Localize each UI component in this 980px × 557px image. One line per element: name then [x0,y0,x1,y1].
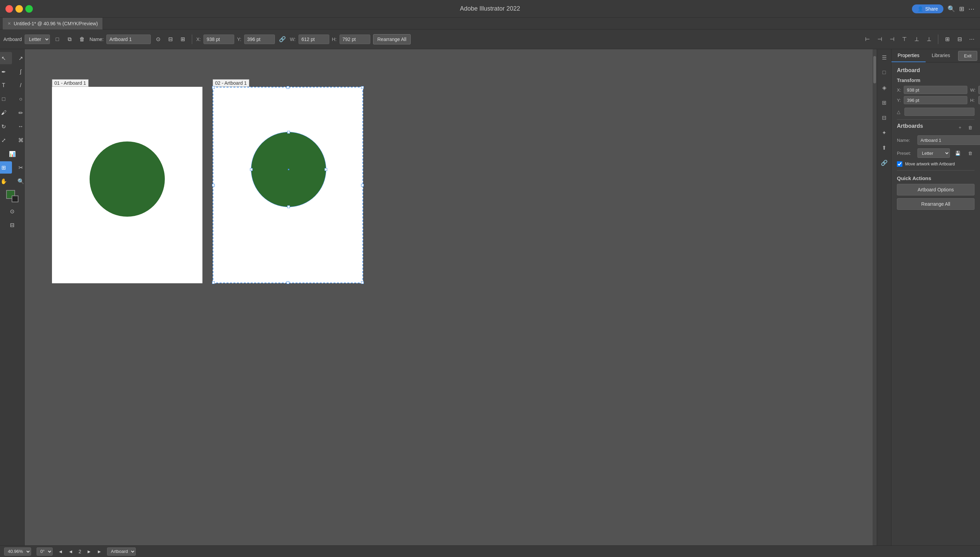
rectangle-tool[interactable]: □ [0,93,12,105]
bar-graph-tool[interactable]: 📊 [4,148,21,160]
zoom-select[interactable]: 40.96% 50% 100% [4,547,31,555]
artboard-fit-icon[interactable]: ⊟ [166,34,175,44]
nav-next-icon2[interactable]: ► [97,549,101,554]
handle-bm[interactable] [287,281,289,284]
close-button[interactable] [5,5,13,13]
tw-input[interactable] [978,86,980,94]
grid-view-icon-btn[interactable]: ⊞ [959,5,964,13]
paintbrush-tool[interactable]: 🖌 [0,107,12,119]
scale-tool[interactable]: ⤢ [0,134,12,146]
canvas-area[interactable]: 01 - Artboard 1 02 - Artboard 1 [24,49,877,557]
hand-tool[interactable]: ✋ [0,175,12,187]
nav-next-icon[interactable]: ► [87,549,91,554]
artboard-1[interactable] [52,87,203,283]
align-left-icon[interactable]: ⊢ [863,34,872,44]
context-select[interactable]: Artboard [107,547,136,555]
ellipse-tool[interactable]: ○ [13,93,25,105]
circle-handle-l[interactable] [250,168,253,171]
rearrange-all-toolbar-btn[interactable]: Rearrange All [373,34,411,44]
more-icon-btn[interactable]: ⋯ [969,5,975,13]
fullscreen-button[interactable] [25,5,33,13]
reflect-tool[interactable]: ↔ [13,120,25,133]
artboard-panel-icon[interactable]: □ [879,67,890,78]
artboard-2[interactable] [213,87,363,283]
handle-br[interactable] [361,281,364,284]
align-center-h-icon[interactable]: ⊣ [875,34,885,44]
constrain-icon[interactable]: 🔗 [278,34,287,44]
artboard-preset-panel-select[interactable]: Letter A4 Custom [918,148,950,158]
handle-ml[interactable] [212,184,215,187]
circle-handle-t[interactable] [287,131,290,134]
pencil-tool[interactable]: ✏ [13,107,25,119]
handle-mr[interactable] [361,184,364,187]
rearrange-all-panel-btn[interactable]: Rearrange All [897,198,975,210]
circle-handle-b[interactable] [287,205,290,208]
type-tool[interactable]: T [0,79,12,91]
preset-save-icon[interactable]: 💾 [953,149,962,158]
artboard-grid-icon[interactable]: ⊞ [178,34,188,44]
rotate-tool[interactable]: ↻ [0,120,12,133]
artboard-preset-select[interactable]: Letter [24,34,50,44]
curvature-tool[interactable]: ∫ [13,66,25,78]
nav-prev-icon2[interactable]: ◄ [69,549,73,554]
circle-1[interactable] [90,142,165,217]
w-input[interactable] [299,34,329,44]
properties-panel-icon[interactable]: ☰ [879,52,890,63]
vertical-scrollbar[interactable] [873,49,877,557]
handle-tr[interactable] [361,86,364,89]
tab-close-icon[interactable]: ✕ [8,21,11,26]
distribute-icon[interactable]: ⊟ [955,34,964,44]
artboard-settings-icon[interactable]: ⊙ [154,34,163,44]
tx-input[interactable] [904,86,967,94]
align-panel-icon[interactable]: ⊞ [879,97,890,108]
screen-mode-btn[interactable]: ⊟ [4,219,21,231]
align-right-icon[interactable]: ⊣ [887,34,897,44]
artboard-options-btn[interactable]: Artboard Options [897,184,975,195]
slice-tool[interactable]: ✂ [13,161,25,174]
tab-libraries[interactable]: Libraries [926,49,956,62]
circle-2[interactable] [251,132,326,207]
pen-tool[interactable]: ✒ [0,66,12,78]
transform-panel-icon[interactable]: ⊟ [879,112,890,123]
file-tab[interactable]: ✕ Untitled-1* @ 40.96 % (CMYK/Preview) [3,18,103,29]
direct-select-tool[interactable]: ↗ [13,52,25,64]
artboard-name-panel-input[interactable] [918,135,980,145]
preset-delete-icon[interactable]: 🗑 [965,149,975,158]
align-top-icon[interactable]: ⊤ [900,34,909,44]
line-tool[interactable]: / [13,79,25,91]
x-input[interactable] [203,34,234,44]
artboard-tool[interactable]: ⊞ [0,161,12,174]
rotation-select[interactable]: 0° [37,547,53,555]
artboard-name-input[interactable] [106,34,151,44]
appearance-panel-icon[interactable]: ✦ [879,127,890,138]
artboard-delete-icon[interactable]: 🗑 [77,34,87,44]
more-options-icon[interactable]: ⋯ [967,34,977,44]
artboard-duplicate-icon[interactable]: ⧉ [65,34,75,44]
y-input[interactable] [244,34,275,44]
search-icon-btn[interactable]: 🔍 [947,5,955,13]
nav-prev-icon[interactable]: ◄ [58,549,63,554]
artboard-new-icon[interactable]: □ [53,34,62,44]
handle-tm[interactable] [287,86,289,89]
background-color-swatch[interactable] [11,195,18,202]
rotation-input[interactable] [905,107,975,116]
ty-input[interactable] [904,96,967,104]
scroll-thumb[interactable] [873,56,876,83]
h-input[interactable] [340,34,370,44]
layer-panel-icon[interactable]: ◈ [879,82,890,93]
align-bottom-icon[interactable]: ⊥ [924,34,934,44]
minimize-button[interactable] [15,5,23,13]
exit-button[interactable]: Exit [958,51,977,61]
th-input[interactable] [978,96,980,104]
warp-tool[interactable]: ⌘ [13,134,25,146]
export-panel-icon[interactable]: ⬆ [879,142,890,153]
share-button[interactable]: 👤 Share [912,5,943,13]
arrange-icon[interactable]: ⊞ [942,34,952,44]
tab-properties[interactable]: Properties [892,49,926,62]
circle-handle-r[interactable] [325,168,327,171]
artboard-delete-panel-icon[interactable]: 🗑 [965,123,975,132]
select-tool[interactable]: ↖ [0,52,12,64]
move-artwork-checkbox[interactable] [897,161,902,167]
handle-bl[interactable] [212,281,215,284]
color-mode-btn[interactable]: ⊙ [4,205,21,217]
